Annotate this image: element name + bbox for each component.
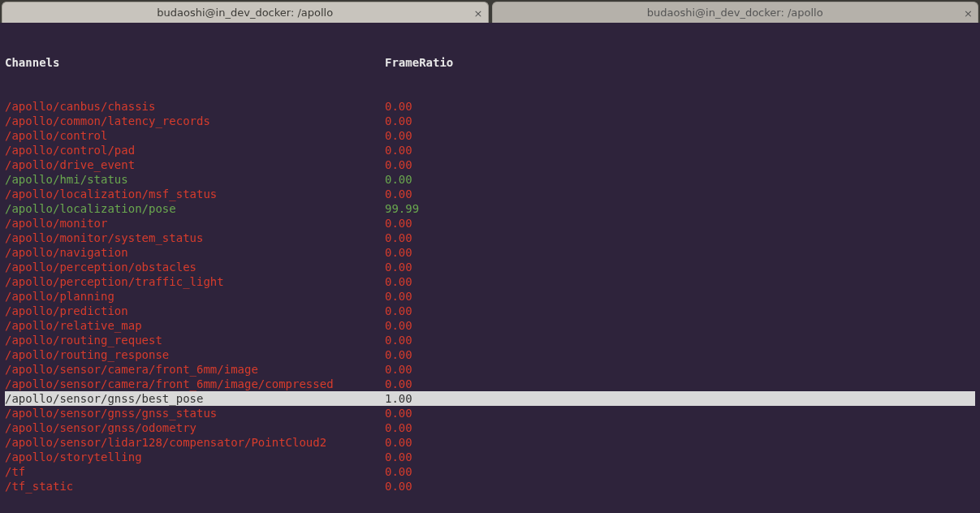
channel-row[interactable]: /apollo/prediction0.00 <box>5 304 975 318</box>
channel-row[interactable]: /apollo/sensor/camera/front_6mm/image0.0… <box>5 362 975 377</box>
channel-ratio: 0.00 <box>385 479 975 494</box>
channel-ratio: 0.00 <box>385 304 975 318</box>
channel-ratio: 0.00 <box>385 231 975 245</box>
channel-ratio: 0.00 <box>385 464 975 479</box>
tab-title: budaoshi@in_dev_docker: /apollo <box>647 6 823 19</box>
channel-name: /apollo/hmi/status <box>5 172 385 187</box>
channel-ratio: 0.00 <box>385 172 975 187</box>
channel-row[interactable]: /apollo/sensor/lidar128/compensator/Poin… <box>5 435 975 450</box>
channel-name: /apollo/sensor/camera/front_6mm/image <box>5 362 385 377</box>
channel-name: /apollo/sensor/gnss/gnss_status <box>5 406 385 420</box>
channel-row[interactable]: /apollo/sensor/gnss/odometry0.00 <box>5 420 975 435</box>
header-channels: Channels <box>5 55 385 70</box>
channel-name: /apollo/monitor/system_status <box>5 231 385 245</box>
channel-row[interactable]: /apollo/control/pad0.00 <box>5 143 975 157</box>
channel-row[interactable]: /apollo/navigation0.00 <box>5 245 975 260</box>
channel-name: /apollo/relative_map <box>5 318 385 333</box>
channel-name: /apollo/storytelling <box>5 450 385 464</box>
channel-ratio: 0.00 <box>385 187 975 201</box>
channel-name: /tf_static <box>5 479 385 494</box>
channel-row[interactable]: /tf0.00 <box>5 464 975 479</box>
close-icon[interactable]: × <box>964 6 973 19</box>
channel-row[interactable]: /apollo/routing_request0.00 <box>5 333 975 347</box>
channel-name: /apollo/sensor/gnss/best_pose <box>5 391 385 406</box>
channel-name: /apollo/sensor/gnss/odometry <box>5 420 385 435</box>
channel-name: /apollo/localization/msf_status <box>5 187 385 201</box>
channel-row[interactable]: /apollo/localization/msf_status0.00 <box>5 187 975 201</box>
channel-row[interactable]: /tf_static0.00 <box>5 479 975 494</box>
channel-name: /apollo/localization/pose <box>5 201 385 216</box>
tab-1[interactable]: budaoshi@in_dev_docker: /apollo × <box>2 2 489 23</box>
channel-ratio: 0.00 <box>385 347 975 362</box>
channel-ratio: 0.00 <box>385 362 975 377</box>
channel-row[interactable]: /apollo/hmi/status0.00 <box>5 172 975 187</box>
tab-bar: budaoshi@in_dev_docker: /apollo × budaos… <box>0 0 980 23</box>
channel-row[interactable]: /apollo/relative_map0.00 <box>5 318 975 333</box>
channel-row[interactable]: /apollo/control0.00 <box>5 128 975 143</box>
channel-ratio: 0.00 <box>385 377 975 391</box>
header-row: Channels FrameRatio <box>5 55 975 70</box>
tab-title: budaoshi@in_dev_docker: /apollo <box>157 6 333 19</box>
channel-row[interactable]: /apollo/common/latency_records0.00 <box>5 114 975 128</box>
channel-ratio: 0.00 <box>385 128 975 143</box>
channel-row[interactable]: /apollo/perception/traffic_light0.00 <box>5 274 975 289</box>
channel-row[interactable]: /apollo/sensor/gnss/best_pose1.00 <box>5 391 975 406</box>
channel-ratio: 0.00 <box>385 450 975 464</box>
channel-name: /apollo/perception/obstacles <box>5 260 385 274</box>
channel-list: /apollo/canbus/chassis0.00/apollo/common… <box>5 99 975 494</box>
channel-ratio: 0.00 <box>385 420 975 435</box>
channel-row[interactable]: /apollo/localization/pose99.99 <box>5 201 975 216</box>
channel-name: /apollo/navigation <box>5 245 385 260</box>
channel-row[interactable]: /apollo/sensor/gnss/gnss_status0.00 <box>5 406 975 420</box>
channel-ratio: 0.00 <box>385 260 975 274</box>
channel-ratio: 0.00 <box>385 143 975 157</box>
channel-name: /apollo/perception/traffic_light <box>5 274 385 289</box>
channel-ratio: 0.00 <box>385 435 975 450</box>
channel-name: /apollo/sensor/lidar128/compensator/Poin… <box>5 435 385 450</box>
channel-name: /apollo/prediction <box>5 304 385 318</box>
terminal-pane[interactable]: Channels FrameRatio /apollo/canbus/chass… <box>0 23 980 513</box>
channel-ratio: 0.00 <box>385 114 975 128</box>
channel-ratio: 0.00 <box>385 289 975 304</box>
channel-row[interactable]: /apollo/drive_event0.00 <box>5 157 975 172</box>
channel-ratio: 0.00 <box>385 406 975 420</box>
channel-name: /apollo/sensor/camera/front_6mm/image/co… <box>5 377 385 391</box>
close-icon[interactable]: × <box>474 6 483 19</box>
tab-2[interactable]: budaoshi@in_dev_docker: /apollo × <box>492 2 979 23</box>
channel-ratio: 0.00 <box>385 245 975 260</box>
channel-row[interactable]: /apollo/routing_response0.00 <box>5 347 975 362</box>
channel-row[interactable]: /apollo/monitor0.00 <box>5 216 975 231</box>
channel-ratio: 0.00 <box>385 274 975 289</box>
channel-row[interactable]: /apollo/perception/obstacles0.00 <box>5 260 975 274</box>
channel-name: /tf <box>5 464 385 479</box>
header-frameratio: FrameRatio <box>385 55 975 70</box>
channel-row[interactable]: /apollo/canbus/chassis0.00 <box>5 99 975 114</box>
channel-name: /apollo/common/latency_records <box>5 114 385 128</box>
channel-row[interactable]: /apollo/sensor/camera/front_6mm/image/co… <box>5 377 975 391</box>
channel-name: /apollo/routing_request <box>5 333 385 347</box>
channel-ratio: 0.00 <box>385 318 975 333</box>
channel-ratio: 99.99 <box>385 201 975 216</box>
channel-ratio: 0.00 <box>385 157 975 172</box>
channel-name: /apollo/monitor <box>5 216 385 231</box>
channel-row[interactable]: /apollo/planning0.00 <box>5 289 975 304</box>
channel-ratio: 1.00 <box>385 391 975 406</box>
channel-ratio: 0.00 <box>385 216 975 231</box>
channel-name: /apollo/drive_event <box>5 157 385 172</box>
channel-name: /apollo/planning <box>5 289 385 304</box>
channel-row[interactable]: /apollo/monitor/system_status0.00 <box>5 231 975 245</box>
channel-row[interactable]: /apollo/storytelling0.00 <box>5 450 975 464</box>
channel-name: /apollo/control <box>5 128 385 143</box>
channel-ratio: 0.00 <box>385 333 975 347</box>
channel-name: /apollo/routing_response <box>5 347 385 362</box>
channel-ratio: 0.00 <box>385 99 975 114</box>
channel-name: /apollo/control/pad <box>5 143 385 157</box>
channel-name: /apollo/canbus/chassis <box>5 99 385 114</box>
